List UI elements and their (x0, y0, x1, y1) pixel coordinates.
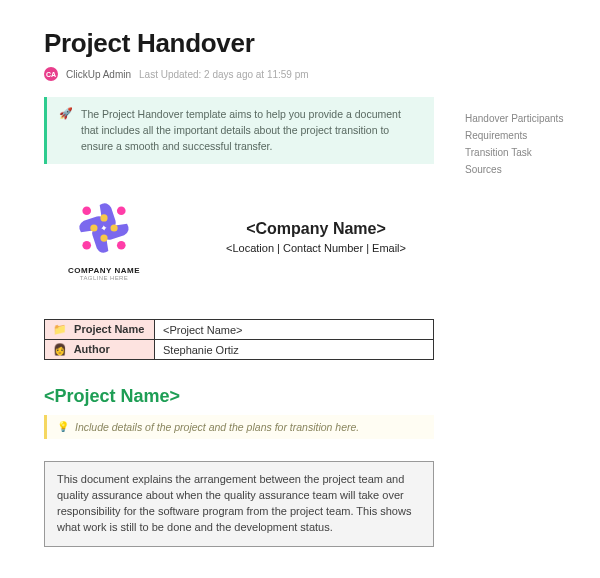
logo-tagline: TAGLINE HERE (44, 275, 164, 281)
svg-point-3 (82, 241, 91, 250)
sidebar-item-sources[interactable]: Sources (465, 161, 580, 178)
company-header: COMPANY NAME TAGLINE HERE <Company Name>… (44, 192, 434, 281)
project-info-table: 📁 Project Name <Project Name> 👩 Author S… (44, 319, 434, 360)
table-row: 📁 Project Name <Project Name> (45, 320, 434, 340)
author-name: ClickUp Admin (66, 69, 131, 80)
company-contact-placeholder[interactable]: <Location | Contact Number | Email> (198, 242, 434, 254)
label-text: Author (74, 343, 110, 355)
svg-point-1 (117, 207, 126, 216)
sidebar-item-transition-task[interactable]: Transition Task (465, 144, 580, 161)
intro-callout: 🚀 The Project Handover template aims to … (44, 97, 434, 164)
svg-point-5 (110, 225, 117, 232)
label-text: Project Name (74, 323, 144, 335)
hint-text: Include details of the project and the p… (75, 421, 359, 433)
last-updated: Last Updated: 2 days ago at 11:59 pm (139, 69, 309, 80)
folder-icon: 📁 (53, 323, 67, 335)
lightbulb-icon: 💡 (57, 421, 69, 433)
svg-point-7 (90, 225, 97, 232)
rocket-icon: 🚀 (59, 107, 73, 154)
callout-text: The Project Handover template aims to he… (81, 107, 420, 154)
logo-text: COMPANY NAME (44, 266, 164, 275)
outline-sidebar: Handover Participants Requirements Trans… (465, 110, 580, 178)
svg-point-4 (100, 215, 107, 222)
company-logo: COMPANY NAME TAGLINE HERE (44, 192, 164, 281)
section-heading-project-name: <Project Name> (44, 386, 570, 407)
description-box[interactable]: This document explains the arrangement b… (44, 461, 434, 547)
label-author: 👩 Author (45, 340, 155, 360)
value-author[interactable]: Stephanie Ortiz (155, 340, 434, 360)
page-title: Project Handover (44, 28, 570, 59)
sidebar-item-requirements[interactable]: Requirements (465, 127, 580, 144)
logo-icon (68, 192, 140, 264)
svg-point-2 (117, 241, 126, 250)
company-name-placeholder[interactable]: <Company Name> (198, 220, 434, 238)
value-project-name[interactable]: <Project Name> (155, 320, 434, 340)
doc-meta: CA ClickUp Admin Last Updated: 2 days ag… (44, 67, 570, 81)
hint-callout: 💡 Include details of the project and the… (44, 415, 434, 439)
person-icon: 👩 (53, 343, 67, 355)
label-project-name: 📁 Project Name (45, 320, 155, 340)
avatar: CA (44, 67, 58, 81)
svg-point-0 (82, 207, 91, 216)
sidebar-item-handover-participants[interactable]: Handover Participants (465, 110, 580, 127)
table-row: 👩 Author Stephanie Ortiz (45, 340, 434, 360)
svg-point-6 (100, 235, 107, 242)
